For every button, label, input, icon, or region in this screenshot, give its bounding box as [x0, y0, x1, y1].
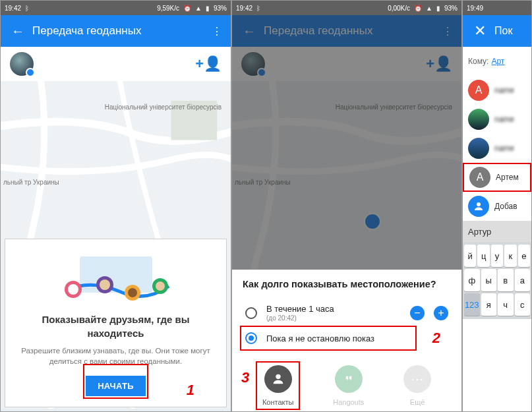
contact-avatar: A	[469, 167, 490, 188]
contact-name: name	[494, 115, 514, 124]
key[interactable]: е	[518, 245, 530, 267]
sheet-question: Как долго показывать местоположение?	[243, 279, 451, 289]
avatar[interactable]	[10, 52, 34, 76]
net-speed: 0,00K/c	[388, 5, 410, 12]
map[interactable]: Національний університет біоресурсів льн…	[232, 81, 461, 411]
share-contacts[interactable]: Контакты 3	[262, 365, 294, 407]
screen-2: 19:42ᛒ 0,00K/c⏰▲▮93% ← Передача геоданны…	[231, 0, 462, 412]
bt-icon: ᛒ	[256, 5, 260, 12]
page-title: Пок	[494, 25, 525, 37]
battery-pct: 93%	[214, 5, 227, 12]
key[interactable]: к	[504, 245, 516, 267]
contact-name: name	[494, 144, 514, 153]
close-button[interactable]: ✕	[469, 20, 490, 42]
key[interactable]: ф	[464, 269, 480, 291]
key[interactable]: в	[498, 269, 514, 291]
status-bar: 19:49	[463, 1, 531, 15]
option-1hour-label: В течение 1 часа	[266, 304, 334, 314]
key[interactable]: ч	[498, 293, 514, 316]
intro-illustration	[15, 251, 217, 308]
wifi-icon: ▲	[195, 5, 202, 12]
back-button[interactable]: ←	[7, 20, 28, 42]
share-more-label: Ещё	[410, 398, 425, 406]
keyboard: й ц у к е ф ы в а 123 я ч с	[463, 242, 531, 319]
share-hangouts-label: Hangouts	[333, 398, 364, 406]
screen-3: 19:49 ✕ Пок Кому: Арт A name name name A…	[462, 0, 532, 412]
contact-name: Добав	[494, 202, 517, 211]
key[interactable]: у	[491, 245, 503, 267]
annotation-box-1	[83, 364, 148, 399]
add-contact-icon	[468, 196, 489, 217]
map-label-1: Національний університет біоресурсів	[105, 103, 222, 111]
duration-sheet: Как долго показывать местоположение? В т…	[232, 270, 461, 411]
alarm-icon: ⏰	[183, 5, 191, 12]
key[interactable]: с	[515, 293, 531, 316]
svg-rect-2	[80, 256, 152, 293]
intro-card: Показывайте друзьям, где вы находитесь Р…	[5, 239, 227, 407]
contact-list: A name name name A Артем Добав	[463, 76, 531, 221]
page-title: Передача геоданных	[32, 24, 208, 38]
signal-icon: ▮	[206, 5, 210, 12]
contact-avatar	[468, 138, 489, 159]
svg-point-13	[477, 202, 481, 206]
contact-row[interactable]: A name	[463, 76, 531, 105]
option-1hour-sub: (до 20:42)	[266, 314, 410, 322]
svg-point-8	[128, 288, 137, 297]
intro-heading: Показывайте друзьям, где вы находитесь	[15, 313, 217, 340]
key[interactable]: а	[515, 269, 531, 291]
key-123[interactable]: 123	[464, 293, 480, 316]
annotation-box-2	[240, 326, 417, 351]
contact-row-add[interactable]: Добав	[463, 192, 531, 221]
contact-row[interactable]: name	[463, 134, 531, 163]
overflow-menu[interactable]: ⋮	[208, 25, 224, 38]
svg-point-4	[68, 284, 78, 295]
key[interactable]: я	[481, 293, 497, 316]
wifi-icon: ▲	[426, 5, 432, 12]
net-speed: 9,59K/c	[157, 5, 179, 12]
map[interactable]: Національний університет біоресурсів льн…	[1, 81, 231, 411]
duration-stepper: − +	[410, 306, 448, 320]
share-targets: Контакты 3 Hangouts ⋯ Ещё	[243, 360, 451, 407]
option-1hour[interactable]: В течение 1 часа (до 20:42) − +	[243, 299, 451, 327]
app-bar: ✕ Пок	[463, 15, 531, 47]
alarm-icon: ⏰	[414, 5, 422, 12]
annotation-number-1: 1	[187, 382, 194, 399]
battery-pct: 93%	[444, 5, 458, 12]
app-bar: ← Передача геоданных ⋮	[1, 15, 231, 47]
recipient-value: Арт	[491, 57, 504, 66]
status-time: 19:42	[5, 5, 21, 12]
status-time: 19:49	[467, 5, 483, 12]
option-until-stop[interactable]: Пока я не остановлю показ 2	[243, 327, 451, 349]
radio-unchecked-icon[interactable]	[245, 307, 257, 319]
contact-avatar	[468, 109, 489, 130]
status-bar: 19:42ᛒ 0,00K/c⏰▲▮93%	[232, 1, 461, 15]
annotation-box-3	[256, 361, 301, 410]
annotation-number-2: 2	[432, 330, 440, 347]
contact-avatar: A	[468, 80, 489, 101]
map-label-2: льный тр Украины	[3, 179, 59, 186]
svg-point-6	[100, 280, 110, 290]
share-more: ⋯ Ещё	[403, 365, 431, 407]
share-hangouts: Hangouts	[333, 365, 364, 407]
svg-point-10	[156, 281, 165, 291]
plus-button[interactable]: +	[434, 306, 448, 320]
recipient-field[interactable]: Кому: Арт	[463, 47, 531, 76]
status-bar: 19:42ᛒ 9,59K/c⏰▲▮93%	[1, 1, 231, 15]
screen-1: 19:42ᛒ 9,59K/c⏰▲▮93% ← Передача геоданны…	[0, 0, 231, 412]
contact-row-selected[interactable]: A Артем	[463, 163, 531, 192]
toolbar: +👤	[1, 47, 231, 81]
dim-overlay	[232, 15, 461, 81]
keyboard-suggestion[interactable]: Артур	[463, 221, 531, 242]
annotation-number-3: 3	[241, 369, 249, 386]
status-time: 19:42	[236, 5, 252, 12]
recipient-label: Кому:	[468, 57, 488, 66]
key[interactable]: й	[464, 245, 476, 267]
minus-button[interactable]: −	[410, 306, 425, 320]
signal-icon: ▮	[436, 5, 440, 12]
more-icon: ⋯	[403, 365, 431, 393]
contact-name: name	[494, 86, 514, 95]
contact-row[interactable]: name	[463, 105, 531, 134]
key[interactable]: ы	[481, 269, 497, 291]
add-friend-button[interactable]: +👤	[195, 55, 222, 73]
key[interactable]: ц	[477, 245, 489, 267]
